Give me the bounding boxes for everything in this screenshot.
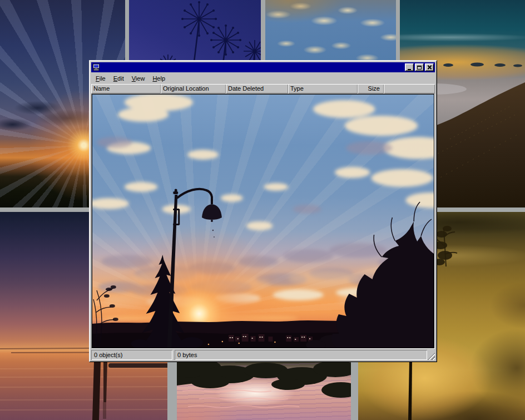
maximize-button[interactable]: [415, 63, 424, 71]
column-header-row: Name Original Location Date Deleted Type…: [91, 84, 435, 93]
screen: File Edit View Help Name Original Locati…: [0, 0, 525, 420]
photo-graphic: [92, 95, 434, 348]
minimize-button[interactable]: [405, 63, 414, 71]
maximize-icon: [417, 66, 422, 70]
status-object-count: 0 object(s): [91, 350, 172, 360]
recycle-bin-window: File Edit View Help Name Original Locati…: [89, 60, 437, 362]
column-header-type[interactable]: Type: [288, 84, 358, 93]
menu-bar: File Edit View Help: [91, 72, 435, 84]
column-header-name[interactable]: Name: [91, 84, 161, 93]
window-titlebar[interactable]: [91, 62, 435, 72]
close-button[interactable]: [425, 63, 434, 71]
computer-icon: [92, 63, 100, 71]
window-controls: [405, 63, 434, 71]
menu-view[interactable]: View: [128, 73, 149, 83]
close-icon: [427, 65, 432, 70]
menu-help[interactable]: Help: [148, 73, 169, 83]
resize-grip[interactable]: [428, 353, 435, 360]
status-total-size: 0 bytes: [175, 350, 427, 360]
column-header-size[interactable]: Size: [358, 84, 384, 93]
menu-edit[interactable]: Edit: [110, 73, 128, 83]
column-header-filler: [384, 84, 435, 93]
file-list-area[interactable]: [91, 93, 435, 349]
menu-file[interactable]: File: [92, 73, 110, 83]
sunset-streetlamp-photo: [92, 95, 434, 348]
column-header-date-deleted[interactable]: Date Deleted: [226, 84, 288, 93]
minimize-icon: [408, 69, 411, 70]
column-header-original-location[interactable]: Original Location: [161, 84, 226, 93]
status-bar: 0 object(s) 0 bytes: [91, 349, 435, 360]
